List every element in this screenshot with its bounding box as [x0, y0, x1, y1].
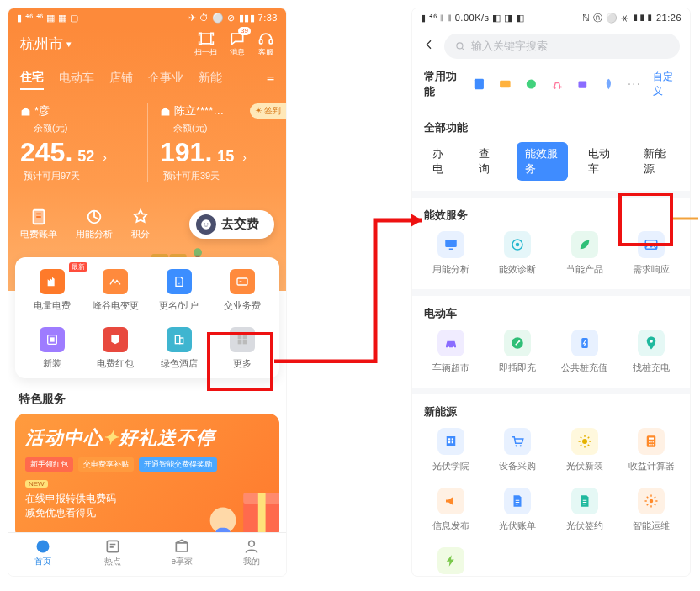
service-交业务费[interactable]: 交业务费: [211, 269, 275, 312]
svg-point-36: [559, 87, 560, 89]
cell-信息发布[interactable]: 信息发布: [417, 488, 485, 532]
cell-收益计算器[interactable]: 收益计算器: [618, 428, 686, 472]
tab-ev[interactable]: 电动车: [59, 71, 94, 89]
电量电费-icon: [40, 269, 65, 294]
cell-label: 能效诊断: [485, 263, 552, 276]
tab-house[interactable]: 住宅: [20, 70, 44, 90]
nav-home[interactable]: 首页: [8, 533, 78, 576]
cell-光伏签约[interactable]: 光伏签约: [551, 488, 618, 532]
cell-label: 光伏签约: [551, 520, 618, 532]
tabs-more-icon[interactable]: ≡: [267, 72, 274, 87]
tab-shop[interactable]: 店铺: [109, 71, 133, 89]
promo-banner[interactable]: 活动中心✦好礼送不停 新手领红包 交电费享补贴 开通智能交费得奖励 NEW 在线…: [15, 414, 279, 540]
monitor-icon: [438, 231, 464, 258]
cell-智能运维[interactable]: 智能运维: [618, 488, 686, 532]
mini-points[interactable]: 积分: [131, 208, 150, 240]
svg-rect-38: [445, 240, 457, 247]
fav-icon-4[interactable]: [550, 76, 565, 92]
pill-apply[interactable]: 办电: [424, 142, 459, 181]
more-dots-icon[interactable]: ···: [628, 77, 641, 92]
nav-me[interactable]: 我的: [217, 533, 287, 576]
section-title: 新能源: [412, 394, 690, 425]
go-pay-button[interactable]: 去交费: [189, 210, 274, 239]
home-screen: ▮ ⁴⁶ ⁴⁶ ▦ ▦ ▢ ✈ ⏱ ⚪ ⊘ ▮▮▮ 7:33 杭州市▾ 扫一扫 …: [8, 8, 286, 576]
account-card-2[interactable]: ☀签到 陈立****… 余额(元) 191.15› 预计可用39天: [147, 103, 274, 182]
svg-point-31: [457, 43, 463, 49]
svg-point-61: [649, 444, 650, 446]
fav-icon-6[interactable]: [602, 76, 616, 92]
pill-ev[interactable]: 电动车: [580, 142, 623, 181]
svg-rect-51: [448, 441, 450, 443]
pill-eff[interactable]: 能效服务: [517, 142, 569, 181]
cell-电费结算[interactable]: 电费结算: [417, 547, 485, 576]
cell-光伏账单[interactable]: 光伏账单: [485, 488, 552, 532]
svg-rect-39: [449, 249, 453, 251]
cell-能效诊断[interactable]: 能效诊断: [485, 231, 552, 276]
svg-rect-46: [581, 338, 588, 348]
cell-节能产品[interactable]: 节能产品: [551, 231, 618, 276]
cell-label: 光伏新装: [551, 460, 618, 472]
mini-analysis[interactable]: 用能分析: [76, 208, 113, 240]
search-input[interactable]: 输入关键字搜索: [444, 34, 680, 59]
pill-new[interactable]: 新能源: [635, 142, 678, 181]
nav-topics[interactable]: 热点: [78, 533, 148, 576]
cell-label: 用能分析: [417, 263, 485, 276]
favorites-row: 常用功能 ··· 自定义: [412, 66, 690, 108]
svg-point-12: [201, 219, 211, 230]
messages-icon[interactable]: 39 消息: [229, 30, 246, 58]
cell-即插即充[interactable]: 即插即充: [485, 330, 552, 374]
service-更名/过户[interactable]: 更名/过户: [147, 269, 211, 312]
fav-icon-5[interactable]: [575, 76, 590, 92]
service-电费红包[interactable]: 电费红包: [84, 327, 148, 370]
pill-query[interactable]: 查询: [470, 142, 505, 181]
scan-icon[interactable]: 扫一扫: [194, 30, 217, 58]
cell-公共桩充值[interactable]: 公共桩充值: [551, 330, 618, 374]
svg-rect-25: [258, 493, 266, 537]
nav-ehome[interactable]: e享家: [147, 533, 217, 576]
section-电动车: 电动车车辆超市即插即充公共桩充值找桩充电: [412, 289, 690, 388]
mini-bill[interactable]: 电费账单: [20, 208, 57, 240]
cell-车辆超市[interactable]: 车辆超市: [417, 330, 485, 374]
service-label: 交业务费: [211, 299, 275, 312]
svg-rect-2: [269, 40, 272, 44]
account-card-1[interactable]: *彦 余额(元) 245.52› 预计可用97天: [20, 103, 147, 182]
service-电量电费[interactable]: 最新电量电费: [20, 269, 84, 312]
fav-icon-1[interactable]: [472, 76, 486, 92]
cell-label: 车辆超市: [417, 361, 485, 374]
doc-icon: [571, 488, 598, 514]
cell-label: 需求响应: [618, 263, 686, 276]
svg-point-47: [650, 340, 653, 343]
cell-用能分析[interactable]: 用能分析: [417, 231, 485, 276]
峰谷电变更-icon: [103, 269, 128, 294]
service-label: 绿色酒店: [147, 357, 211, 370]
chevron-right-icon: ›: [242, 150, 247, 164]
customize-button[interactable]: 自定义: [653, 70, 678, 98]
cell-label: 光伏账单: [485, 520, 552, 532]
checkin-badge[interactable]: ☀签到: [250, 103, 286, 119]
category-pills: 办电 查询 能效服务 电动车 新能源: [412, 142, 690, 191]
hot-tag: 最新: [69, 262, 88, 272]
svg-point-54: [520, 445, 522, 446]
fav-icon-2[interactable]: [498, 76, 512, 92]
tab-newenergy[interactable]: 新能: [199, 71, 222, 89]
sun-icon: [571, 428, 598, 455]
tab-business[interactable]: 企事业: [148, 71, 183, 89]
svg-rect-50: [452, 438, 453, 440]
cell-光伏学院[interactable]: 光伏学院: [417, 428, 485, 472]
service-新装[interactable]: 新装: [20, 327, 84, 370]
cell-设备采购[interactable]: 设备采购: [485, 428, 552, 472]
cell-label: 信息发布: [417, 520, 485, 532]
calc-icon: [638, 428, 665, 455]
service-绿色酒店[interactable]: 绿色酒店: [147, 327, 211, 370]
cell-label: 即插即充: [485, 361, 552, 374]
cell-label: 节能产品: [551, 263, 618, 276]
flow-arrow: [274, 212, 434, 363]
service-峰谷电变更[interactable]: 峰谷电变更: [84, 269, 148, 312]
support-icon[interactable]: 客服: [257, 30, 274, 58]
cell-光伏新装[interactable]: 光伏新装: [551, 428, 618, 472]
svg-point-43: [448, 346, 449, 348]
city-picker[interactable]: 杭州市▾: [20, 34, 72, 54]
fav-icon-3[interactable]: [524, 76, 538, 92]
cell-找桩充电[interactable]: 找桩充电: [618, 330, 686, 374]
back-icon[interactable]: [422, 38, 436, 55]
